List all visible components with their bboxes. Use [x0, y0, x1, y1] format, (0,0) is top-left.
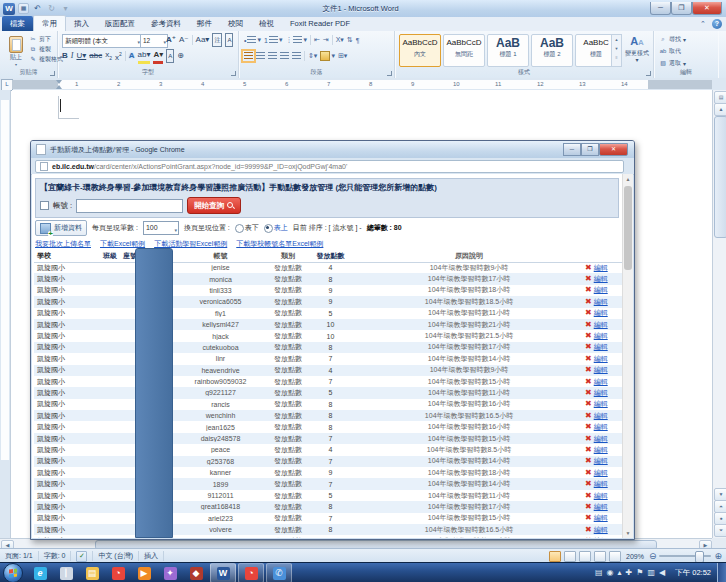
edit-link[interactable]: 編輯 [594, 411, 608, 421]
address-bar[interactable]: eb.ilc.edu.tw/card/center/x/ActionsPoint… [35, 160, 624, 173]
delete-icon[interactable]: ✖ [585, 321, 592, 329]
delete-icon[interactable]: ✖ [585, 537, 592, 538]
media-player-taskbar-button[interactable]: ▶ [132, 564, 156, 582]
minimize-button[interactable]: ─ [650, 2, 671, 15]
position-down-radio[interactable] [235, 224, 244, 233]
italic-icon[interactable]: I [71, 50, 74, 62]
chrome-close-button[interactable]: ✕ [599, 143, 628, 156]
minimize-ribbon-icon[interactable]: ⌃ [698, 19, 708, 29]
account-checkbox[interactable] [40, 201, 49, 210]
print-layout-view-icon[interactable] [549, 551, 561, 562]
delete-icon[interactable]: ✖ [585, 423, 592, 431]
character-shading-icon[interactable]: A [166, 49, 174, 63]
web-layout-view-icon[interactable] [579, 551, 591, 562]
word-app-icon[interactable]: W [3, 3, 15, 15]
asian-layout-icon[interactable]: X▾ [336, 36, 344, 44]
delete-icon[interactable]: ✖ [585, 298, 592, 306]
position-up-radio[interactable] [264, 224, 273, 233]
spellcheck-icon[interactable]: ✓ [76, 551, 87, 562]
edit-link[interactable]: 編輯 [594, 308, 608, 318]
delete-icon[interactable]: ✖ [585, 412, 592, 420]
edit-link[interactable]: 編輯 [594, 513, 608, 523]
strikethrough-icon[interactable]: abc [89, 50, 102, 62]
bold-icon[interactable]: B [62, 50, 68, 62]
phonetic-guide-icon[interactable]: 注 [212, 33, 222, 47]
style-card-標題 1[interactable]: AaB標題 1 [487, 34, 529, 67]
edit-link[interactable]: 編輯 [594, 456, 608, 466]
delete-icon[interactable]: ✖ [585, 400, 592, 408]
style-card-內文[interactable]: AaBbCcD內文 [399, 34, 441, 67]
delete-icon[interactable]: ✖ [585, 446, 592, 454]
edit-link[interactable]: 編輯 [594, 468, 608, 478]
edit-link[interactable]: 編輯 [594, 342, 608, 352]
paste-button[interactable]: 貼上 ▾ [3, 34, 29, 69]
ribbon-tab-郵件[interactable]: 郵件 [189, 16, 220, 31]
page-scroll-thumb[interactable] [624, 186, 632, 270]
ribbon-tab-Foxit Reader PDF[interactable]: Foxit Reader PDF [282, 16, 358, 31]
close-button[interactable]: ✕ [692, 2, 722, 15]
delete-icon[interactable]: ✖ [585, 503, 592, 511]
repeat-icon[interactable]: ↻ [46, 3, 57, 14]
delete-icon[interactable]: ✖ [585, 309, 592, 317]
internet-explorer-taskbar-button[interactable]: e [28, 564, 52, 582]
draft-view-icon[interactable] [609, 551, 621, 562]
edit-link[interactable]: 編輯 [594, 331, 608, 341]
edit-link[interactable]: 編輯 [594, 434, 608, 444]
superscript-icon[interactable]: x2 [115, 48, 122, 64]
ribbon-tab-校閱[interactable]: 校閱 [220, 16, 251, 31]
tray-device-icon[interactable]: ▤ [595, 564, 603, 582]
vertical-scroll-thumb[interactable] [714, 116, 726, 238]
delete-icon[interactable]: ✖ [585, 343, 592, 351]
style-card-無間距[interactable]: AaBbCcD無間距 [443, 34, 485, 67]
search-button[interactable]: 開始查詢 [187, 197, 241, 214]
edit-link[interactable]: 編輯 [594, 388, 608, 398]
chrome-maximize-button[interactable]: ❐ [581, 143, 599, 156]
delete-icon[interactable]: ✖ [585, 492, 592, 500]
delete-icon[interactable]: ✖ [585, 286, 592, 294]
column-header-原因說明[interactable]: 原因說明 [353, 251, 585, 261]
font-name-select[interactable]: 新細明體 (本文▾ [62, 34, 142, 48]
column-header-發放點數[interactable]: 發放點數 [308, 251, 353, 261]
qat-dropdown-icon[interactable]: ▾ [60, 3, 71, 14]
taskbar-clock[interactable]: 下午 02:52 [669, 564, 717, 582]
edit-link[interactable]: 編輯 [594, 377, 608, 387]
column-header-班級[interactable]: 班級 [99, 251, 121, 261]
indent-markers[interactable] [56, 80, 63, 89]
chrome-minimize-button[interactable]: ─ [563, 143, 581, 156]
font-size-select[interactable]: 12▾ [140, 34, 168, 48]
google-chrome-taskbar-button[interactable]: ◔ [106, 564, 130, 582]
edit-link[interactable]: 編輯 [594, 285, 608, 295]
align-right-icon[interactable] [268, 52, 277, 60]
ribbon-tab-參考資料[interactable]: 參考資料 [143, 16, 189, 31]
page-indicator[interactable]: 頁面: 1/1 [0, 551, 39, 561]
delete-icon[interactable]: ✖ [585, 469, 592, 477]
delete-icon[interactable]: ✖ [585, 275, 592, 283]
zoom-level[interactable]: 209% [624, 553, 646, 560]
ribbon-tab-檔案[interactable]: 檔案 [2, 16, 33, 31]
edit-link[interactable]: 編輯 [594, 399, 608, 409]
text-effects-icon[interactable]: A [129, 50, 135, 62]
clipboard-dialog-launcher[interactable] [50, 71, 55, 76]
start-button[interactable] [3, 563, 23, 582]
zoom-slider[interactable] [659, 555, 711, 557]
edit-link[interactable]: 編輯 [594, 263, 608, 273]
enclose-characters-icon[interactable]: A [225, 33, 233, 47]
edit-link[interactable]: 編輯 [594, 354, 608, 364]
save-icon[interactable]: ▦ [18, 3, 29, 14]
increase-indent-icon[interactable]: ⇥ [323, 36, 329, 44]
tray-flag-icon[interactable]: ⚑ [636, 564, 643, 582]
delete-icon[interactable]: ✖ [585, 526, 592, 534]
word-vertical-scrollbar[interactable]: ▤ ▲ ▼ ⏶ ● ⏷ [712, 90, 726, 538]
align-left-icon[interactable] [244, 52, 253, 60]
change-case-icon[interactable]: Aa▾ [196, 34, 210, 46]
enclose-char-icon[interactable]: ⊕ [177, 50, 184, 62]
vertical-ruler[interactable] [0, 90, 11, 538]
input-method-taskbar-button[interactable]: 丨 [54, 564, 78, 582]
select-button[interactable]: ▧選取 ▾ [659, 58, 686, 68]
show-desktop-button[interactable] [717, 563, 726, 582]
language-indicator[interactable]: 中文 (台灣) [93, 551, 139, 561]
delete-icon[interactable]: ✖ [585, 264, 592, 272]
delete-icon[interactable]: ✖ [585, 366, 592, 374]
ribbon-tab-常用[interactable]: 常用 [33, 15, 66, 31]
ribbon-tab-版面配置[interactable]: 版面配置 [97, 16, 143, 31]
